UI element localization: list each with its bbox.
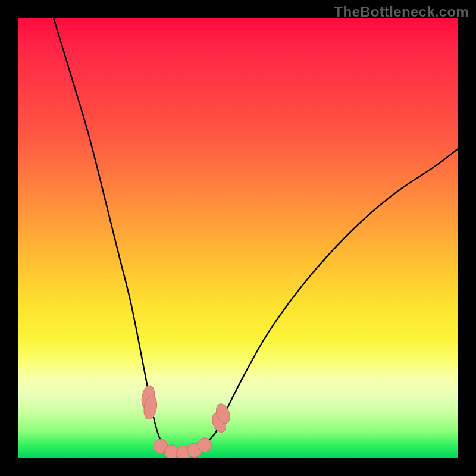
chart-frame: TheBottleneck.com [0,0,476,476]
left-curve [54,18,178,453]
plot-area [18,18,458,458]
curve-overlay [18,18,458,458]
bottleneck-curves [54,18,458,453]
watermark-text: TheBottleneck.com [334,4,469,20]
marker-dot [198,438,212,452]
